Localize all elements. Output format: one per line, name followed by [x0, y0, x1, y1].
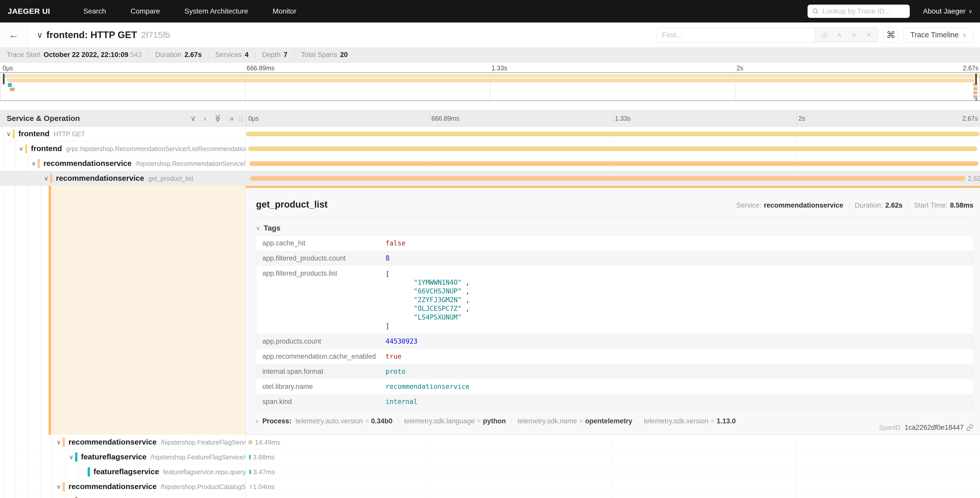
span-timeline-cell[interactable] [246, 126, 980, 141]
span-timeline-cell[interactable] [246, 494, 980, 498]
span-name-cell[interactable] [0, 494, 246, 498]
tag-key: app.cache_hit [256, 236, 383, 251]
process-row[interactable]: ›Process:telemetry.auto.version=0.34b0te… [256, 417, 974, 425]
span-expand-chevron-icon[interactable]: ∨ [69, 453, 73, 461]
nav-item-monitor[interactable]: Monitor [273, 7, 296, 15]
span-duration-bar[interactable] [249, 469, 251, 474]
minimap-right-handle[interactable] [975, 73, 977, 85]
span-expand-chevron-icon[interactable]: ∨ [32, 160, 36, 167]
span-row-frontend[interactable]: ∨frontendgrpc.hipstershop.Recommendation… [0, 141, 980, 156]
nav-item-compare[interactable]: Compare [130, 7, 160, 15]
tag-row[interactable]: app.filtered_products.list["1YMWWN1N4O" … [256, 266, 973, 334]
tag-row[interactable]: internal.span.formatproto [256, 364, 973, 379]
nav-item-search[interactable]: Search [83, 7, 106, 15]
span-row-recommendationservice[interactable]: ∨recommendationservice/hipstershop.Recom… [0, 156, 980, 171]
minimap-left-handle[interactable] [3, 73, 5, 85]
back-button[interactable]: ← [0, 22, 28, 47]
span-name-cell[interactable]: ∨featureflagservice/hipstershop.FeatureF… [0, 450, 246, 464]
tree-indent-guide [40, 186, 41, 435]
tree-indent-guide [15, 450, 16, 464]
prev-match-icon[interactable]: ∧ [833, 29, 846, 41]
span-name-cell[interactable]: ∨recommendationservice/hipstershop.Produ… [0, 479, 246, 494]
trace-lookup-input[interactable] [822, 7, 905, 15]
span-duration-bar[interactable] [249, 161, 978, 166]
trace-minimap[interactable] [0, 72, 980, 101]
summary-separator [294, 51, 294, 59]
span-expand-chevron-icon[interactable]: ∨ [44, 175, 49, 182]
trace-view-selector[interactable]: Trace Timeline ∨ [904, 28, 974, 42]
tags-section-header[interactable]: ∨Tags [256, 224, 974, 232]
span-row-featureflagservice[interactable]: ∨featureflagservice/hipstershop.FeatureF… [0, 450, 980, 464]
span-timeline-cell[interactable] [246, 156, 980, 171]
nav-item-system-architecture[interactable]: System Architecture [185, 7, 248, 15]
span-duration-bar[interactable] [246, 132, 980, 136]
tree-indent-guide [15, 171, 16, 185]
span-expand-chevron-icon[interactable]: ∨ [6, 130, 11, 137]
span-timeline-cell[interactable] [246, 141, 980, 156]
trace-lookup-box[interactable] [808, 5, 910, 18]
span-expand-chevron-icon[interactable]: ∨ [56, 483, 61, 490]
span-name-cell[interactable]: ∨recommendationserviceget_product_list [0, 171, 246, 185]
span-row-recommendationservice[interactable]: ∨recommendationservice/hipstershop.Produ… [0, 479, 980, 494]
summary-value-suffix: .543 [128, 51, 142, 59]
span-row-recommendationservice[interactable]: ∨recommendationservice/hipstershop.Featu… [0, 435, 980, 450]
span-row[interactable] [0, 494, 980, 498]
collapse-all-icon[interactable]: ≫ [214, 114, 222, 122]
span-row-recommendationservice[interactable]: ∨recommendationserviceget_product_list2.… [0, 171, 980, 186]
json-string-value: "66VCHSJNUP" [414, 287, 461, 295]
locate-icon[interactable]: ◎ [818, 29, 831, 41]
expand-all-icon[interactable]: » [229, 115, 234, 122]
tree-indent-guide [28, 450, 28, 464]
keyboard-shortcuts-button[interactable]: ⌘ [883, 28, 898, 42]
span-service-name: featureflagservice [81, 452, 146, 461]
tree-controls: ∨ › ≫ » [190, 115, 234, 122]
span-duration-bar[interactable] [248, 440, 252, 445]
tag-key: app.filtered_products.count [256, 251, 383, 266]
find-input[interactable] [657, 28, 815, 42]
span-expand-chevron-icon[interactable]: ∨ [19, 145, 24, 152]
minimap-span-bar [975, 99, 977, 101]
trace-collapse-icon[interactable]: ∨ [37, 30, 43, 40]
ruler-tick-line [613, 110, 613, 126]
detail-service-color-bar [49, 186, 51, 435]
tag-row[interactable]: app.recommendation.cache_enabledtrue [256, 349, 973, 364]
tag-row[interactable]: span.kindinternal [256, 394, 973, 409]
span-timeline-cell[interactable]: 3.47ms [246, 464, 980, 479]
tag-row[interactable]: otel.library.namerecommendationservice [256, 379, 973, 394]
span-name-cell[interactable]: ∨frontendgrpc.hipstershop.Recommendation… [0, 141, 246, 156]
copy-link-icon[interactable] [966, 424, 974, 431]
span-name-cell[interactable]: featureflagservicefeatureflagservice.rep… [0, 464, 246, 479]
span-duration-bar[interactable] [249, 455, 251, 460]
timeline-gridline [613, 464, 613, 479]
span-operation-name: grpc.hipstershop.RecommendationService/L… [66, 145, 246, 152]
span-row-featureflagservice[interactable]: featureflagservicefeatureflagservice.rep… [0, 464, 980, 479]
span-duration-bar[interactable] [250, 484, 251, 489]
expand-one-icon[interactable]: › [204, 115, 206, 122]
json-bracket: ] [385, 322, 970, 330]
timeline-gridline [797, 435, 797, 449]
span-name-cell[interactable]: ∨frontendHTTP GET [0, 126, 246, 141]
span-expand-chevron-icon[interactable]: ∨ [56, 439, 61, 446]
about-jaeger-menu[interactable]: About Jaeger ∨ [923, 7, 972, 15]
next-match-icon[interactable]: ∨ [847, 29, 861, 41]
span-duration-bar[interactable] [248, 147, 977, 151]
tag-row[interactable]: app.cache_hitfalse [256, 236, 973, 251]
span-timeline-cell[interactable]: 14.49ms [246, 435, 980, 449]
span-timeline-cell[interactable]: 3.68ms [246, 450, 980, 464]
tag-row[interactable]: app.products.count44530923 [256, 334, 973, 349]
tag-key: app.recommendation.cache_enabled [256, 349, 383, 364]
app-brand[interactable]: JAEGER UI [8, 7, 50, 16]
collapse-one-icon[interactable]: ∨ [190, 115, 196, 122]
span-name-cell[interactable]: ∨recommendationservice/hipstershop.Recom… [0, 156, 246, 171]
span-row-frontend[interactable]: ∨frontendHTTP GET [0, 126, 980, 141]
column-resize-grip[interactable]: || [239, 115, 243, 123]
process-value: 0.34b0 [371, 417, 392, 425]
span-timeline-cell[interactable]: 1.04ms [246, 479, 980, 494]
json-comma: , [461, 305, 469, 313]
span-duration-bar[interactable] [250, 176, 965, 181]
span-timeline-cell[interactable]: 2.62s [246, 171, 980, 185]
span-name-cell[interactable]: ∨recommendationservice/hipstershop.Featu… [0, 435, 246, 449]
service-color-bar [50, 174, 52, 183]
tag-row[interactable]: app.filtered_products.count8 [256, 251, 973, 266]
clear-find-icon[interactable]: ✕ [862, 29, 875, 41]
